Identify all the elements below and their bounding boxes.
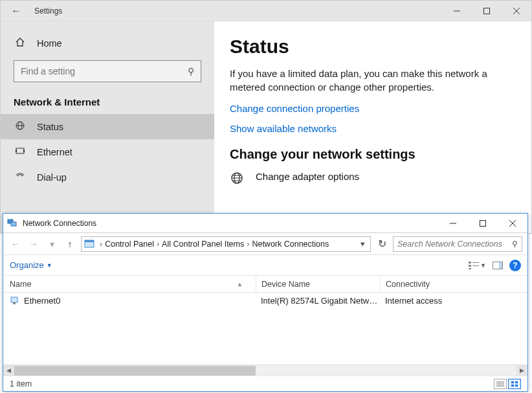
svg-rect-9 (23, 150, 25, 152)
sidebar-item-status[interactable]: Status (1, 114, 214, 139)
close-button[interactable] (498, 214, 527, 233)
breadcrumb-control-panel[interactable]: Control Panel (105, 240, 154, 249)
svg-rect-1 (484, 8, 490, 14)
control-panel-icon (84, 239, 94, 249)
svg-rect-18 (480, 220, 486, 226)
connection-name: Ethernet0 (24, 296, 60, 306)
breadcrumb-all-items[interactable]: All Control Panel Items (162, 240, 244, 249)
svg-rect-38 (515, 385, 518, 387)
change-connection-properties-link[interactable]: Change connection properties (230, 103, 516, 114)
breadcrumb-dropdown[interactable]: ▾ (358, 239, 368, 249)
svg-rect-29 (499, 262, 502, 269)
horizontal-scrollbar[interactable]: ◀ ▶ (3, 365, 527, 376)
explorer-window-controls (438, 214, 527, 233)
svg-rect-8 (16, 150, 17, 152)
organize-menu[interactable]: Organize ▼ (10, 260, 52, 270)
explorer-navbar: ← → ▾ ↑ › Control Panel › All Control Pa… (3, 233, 527, 255)
change-settings-heading: Change your network settings (230, 147, 516, 162)
breadcrumb-separator: › (100, 240, 102, 249)
sort-indicator-icon: ▲ (237, 281, 243, 287)
settings-titlebar: ← Settings (1, 1, 531, 21)
maximize-button[interactable] (472, 1, 502, 21)
nav-history-dropdown[interactable]: ▾ (45, 239, 59, 249)
scroll-right-button[interactable]: ▶ (516, 365, 527, 376)
sidebar-item-label: Dial-up (37, 172, 67, 183)
settings-body: Home ⚲ Network & Internet Status Etherne… (1, 21, 531, 233)
explorer-title: Network Connections (23, 219, 438, 228)
sidebar-item-label: Status (37, 122, 63, 132)
minimize-button[interactable] (438, 214, 468, 233)
breadcrumb-bar[interactable]: › Control Panel › All Control Panel Item… (81, 236, 371, 252)
settings-main: Status If you have a limited data plan, … (214, 21, 531, 233)
svg-rect-30 (11, 297, 17, 302)
sidebar-item-ethernet[interactable]: Ethernet (1, 139, 214, 164)
svg-rect-27 (469, 268, 471, 269)
chevron-down-icon: ▼ (480, 262, 486, 269)
network-connections-window: Network Connections ← → ▾ ↑ › Control Pa… (3, 213, 528, 392)
option-title: Change adapter options (256, 171, 359, 182)
search-icon: ⚲ (188, 66, 194, 76)
column-headers: Name ▲ Device Name Connectivity (3, 276, 527, 293)
home-label: Home (37, 38, 62, 49)
column-header-connectivity[interactable]: Connectivity (380, 276, 527, 292)
svg-rect-24 (472, 262, 479, 263)
nav-up-button[interactable]: ↑ (63, 239, 77, 249)
scroll-left-button[interactable]: ◀ (3, 365, 14, 376)
nav-forward-button[interactable]: → (27, 239, 41, 249)
connection-device: Intel(R) 82574L Gigabit Network ... (256, 296, 380, 306)
nav-back-button[interactable]: ← (8, 239, 23, 249)
explorer-statusbar: 1 item (3, 376, 527, 391)
minimize-button[interactable] (442, 1, 472, 21)
column-header-device[interactable]: Device Name (256, 276, 380, 292)
svg-rect-22 (85, 240, 94, 242)
status-description: If you have a limited data plan, you can… (230, 67, 516, 94)
settings-search-input[interactable] (21, 66, 188, 76)
status-icon (14, 120, 27, 133)
connection-row[interactable]: Ethernet0 Intel(R) 82574L Gigabit Networ… (3, 293, 527, 308)
view-mode-button[interactable]: ▼ (469, 262, 486, 269)
svg-rect-23 (469, 262, 471, 264)
connection-connectivity: Internet access (380, 296, 527, 306)
settings-window: ← Settings Home ⚲ Network & Internet (0, 0, 532, 234)
back-button[interactable]: ← (1, 5, 32, 17)
chevron-down-icon: ▼ (47, 262, 52, 269)
page-heading: Status (230, 36, 516, 58)
svg-rect-31 (13, 302, 16, 304)
column-header-device-label: Device Name (261, 280, 310, 289)
globe-icon (230, 171, 248, 188)
column-header-name-label: Name (10, 280, 31, 289)
column-header-name[interactable]: Name ▲ (3, 280, 256, 289)
explorer-search-input[interactable] (397, 240, 512, 249)
breadcrumb-separator: › (247, 240, 249, 249)
svg-rect-35 (511, 381, 514, 383)
close-button[interactable] (502, 1, 531, 21)
window-controls (442, 1, 531, 21)
window-title: Settings (32, 6, 442, 16)
svg-rect-16 (11, 222, 16, 226)
maximize-button[interactable] (468, 214, 498, 233)
settings-search[interactable]: ⚲ (14, 60, 201, 82)
sidebar-item-dialup[interactable]: Dial-up (1, 164, 214, 190)
explorer-search[interactable]: ⚲ (393, 236, 522, 252)
svg-rect-7 (16, 148, 24, 153)
help-button[interactable]: ? (509, 260, 521, 271)
details-view-icon[interactable] (494, 379, 507, 389)
sidebar-item-label: Ethernet (37, 147, 72, 157)
search-icon: ⚲ (512, 240, 518, 249)
home-icon (14, 37, 27, 50)
refresh-button[interactable]: ↻ (375, 238, 389, 250)
dialup-icon (14, 171, 27, 183)
item-count: 1 item (10, 379, 32, 388)
organize-label: Organize (10, 260, 44, 270)
svg-rect-37 (511, 385, 514, 387)
show-available-networks-link[interactable]: Show available networks (230, 123, 516, 134)
breadcrumb-network-connections[interactable]: Network Connections (252, 240, 329, 249)
column-header-connectivity-label: Connectivity (386, 280, 430, 289)
scroll-thumb[interactable] (14, 366, 256, 376)
ethernet-icon (14, 146, 27, 158)
home-link[interactable]: Home (1, 33, 214, 54)
change-adapter-options[interactable]: Change adapter options (230, 171, 516, 188)
preview-pane-button[interactable] (493, 262, 503, 269)
large-icons-view-icon[interactable] (508, 379, 521, 389)
connections-list: Ethernet0 Intel(R) 82574L Gigabit Networ… (3, 293, 527, 365)
